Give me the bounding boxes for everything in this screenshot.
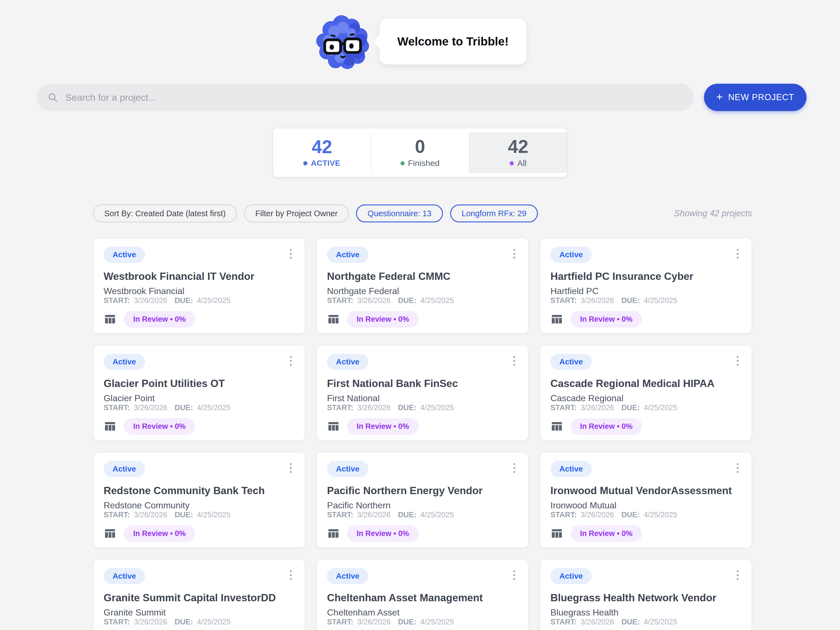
project-card[interactable]: Active Bluegrass Health Network Vendor B… [540, 559, 752, 630]
project-title: Ironwood Mutual VendorAssessment [550, 485, 741, 497]
project-owner: Pacific Northern [327, 500, 518, 510]
project-card[interactable]: Active Northgate Federal CMMC Northgate … [316, 238, 529, 334]
due-label: DUE: [175, 296, 193, 305]
due-label: DUE: [621, 403, 640, 412]
project-title: Hartfield PC Insurance Cyber [550, 271, 741, 283]
due-date: 4/25/2025 [197, 510, 231, 519]
project-dates: START: 3/26/2026 DUE: 4/25/2025 [327, 618, 518, 626]
project-dates: START: 3/26/2026 DUE: 4/25/2025 [550, 296, 741, 305]
due-date: 4/25/2025 [644, 403, 677, 412]
start-date: 3/26/2026 [134, 618, 167, 626]
project-dates: START: 3/26/2026 DUE: 4/25/2025 [327, 296, 518, 305]
project-card[interactable]: Active Ironwood Mutual VendorAssessment … [540, 452, 752, 548]
project-card[interactable]: Active Cascade Regional Medical HIPAA Ca… [540, 345, 752, 441]
status-badge: Active [327, 461, 368, 477]
due-date: 4/25/2025 [420, 296, 454, 305]
all-label: All [517, 159, 526, 168]
kebab-menu-icon[interactable] [510, 461, 518, 475]
project-owner: First National [327, 393, 518, 403]
start-date: 3/26/2026 [357, 618, 391, 626]
kebab-menu-icon[interactable] [287, 354, 295, 368]
table-icon [104, 527, 117, 540]
due-date: 4/25/2025 [197, 618, 231, 626]
project-dates: START: 3/26/2026 DUE: 4/25/2025 [327, 510, 518, 519]
search-box[interactable] [37, 84, 694, 111]
active-count: 42 [312, 137, 332, 156]
table-icon [550, 420, 563, 433]
progress-badge: In Review • 0% [347, 418, 418, 435]
due-label: DUE: [175, 510, 193, 519]
kebab-menu-icon[interactable] [734, 354, 741, 368]
sort-by-chip[interactable]: Sort By: Created Date (latest first) [93, 205, 237, 222]
project-card[interactable]: Active Hartfield PC Insurance Cyber Hart… [540, 238, 752, 334]
start-label: START: [327, 296, 353, 305]
finished-count: 0 [415, 137, 425, 156]
project-dates: START: 3/26/2026 DUE: 4/25/2025 [104, 403, 295, 412]
status-badge: Active [550, 354, 592, 370]
due-date: 4/25/2025 [644, 510, 677, 519]
project-card[interactable]: Active Pacific Northern Energy Vendor Pa… [316, 452, 529, 548]
due-label: DUE: [398, 403, 416, 412]
start-date: 3/26/2026 [134, 296, 167, 305]
due-date: 4/25/2025 [644, 296, 677, 305]
start-date: 3/26/2026 [581, 403, 614, 412]
progress-badge: In Review • 0% [570, 418, 642, 435]
start-date: 3/26/2026 [357, 403, 391, 412]
stat-finished[interactable]: 0 Finished [371, 132, 469, 173]
start-label: START: [327, 618, 353, 626]
due-date: 4/25/2025 [197, 296, 231, 305]
status-badge: Active [550, 247, 592, 263]
start-date: 3/26/2026 [357, 296, 391, 305]
progress-badge: In Review • 0% [124, 418, 195, 435]
due-label: DUE: [398, 618, 416, 626]
project-owner: Bluegrass Health [550, 607, 741, 618]
kebab-menu-icon[interactable] [510, 568, 518, 582]
project-title: Westbrook Financial IT Vendor [104, 271, 295, 283]
start-date: 3/26/2026 [357, 510, 391, 519]
filter-owner-chip[interactable]: Filter by Project Owner [244, 205, 349, 222]
stat-active[interactable]: 42 ACTIVE [273, 132, 371, 173]
project-card[interactable]: Active Glacier Point Utilities OT Glacie… [93, 345, 305, 441]
kebab-menu-icon[interactable] [287, 568, 295, 582]
due-date: 4/25/2025 [420, 510, 454, 519]
filter-row: Sort By: Created Date (latest first) Fil… [93, 204, 752, 223]
project-card[interactable]: Active Cheltenham Asset Management Chelt… [316, 559, 529, 630]
status-badge: Active [327, 354, 368, 370]
start-date: 3/26/2026 [581, 510, 614, 519]
project-title: Pacific Northern Energy Vendor [327, 485, 518, 497]
project-owner: Ironwood Mutual [550, 500, 741, 510]
questionnaire-chip[interactable]: Questionnaire: 13 [356, 205, 443, 222]
project-card[interactable]: Active Redstone Community Bank Tech Reds… [93, 452, 305, 548]
start-label: START: [104, 618, 130, 626]
project-card[interactable]: Active Granite Summit Capital InvestorDD… [93, 559, 305, 630]
project-owner: Northgate Federal [327, 286, 518, 296]
welcome-speech-bubble: Welcome to Tribble! [379, 19, 526, 65]
project-dates: START: 3/26/2026 DUE: 4/25/2025 [327, 403, 518, 412]
project-card[interactable]: Active Westbrook Financial IT Vendor Wes… [93, 238, 305, 334]
kebab-menu-icon[interactable] [510, 247, 518, 261]
new-project-button[interactable]: + NEW PROJECT [704, 84, 807, 111]
kebab-menu-icon[interactable] [287, 247, 295, 261]
status-badge: Active [104, 568, 145, 584]
kebab-menu-icon[interactable] [734, 568, 741, 582]
start-date: 3/26/2026 [134, 403, 167, 412]
progress-badge: In Review • 0% [570, 311, 642, 328]
results-count: Showing 42 projects [674, 208, 752, 219]
longform-rfx-chip[interactable]: Longform RFx: 29 [450, 205, 538, 222]
progress-badge: In Review • 0% [124, 525, 195, 542]
due-date: 4/25/2025 [644, 618, 677, 626]
project-card[interactable]: Active First National Bank FinSec First … [316, 345, 529, 441]
search-input[interactable] [58, 92, 688, 103]
kebab-menu-icon[interactable] [510, 354, 518, 368]
kebab-menu-icon[interactable] [734, 461, 741, 475]
stat-all[interactable]: 42 All [469, 132, 567, 173]
plus-icon: + [716, 91, 723, 102]
search-icon [47, 92, 58, 103]
kebab-menu-icon[interactable] [287, 461, 295, 475]
kebab-menu-icon[interactable] [734, 247, 741, 261]
start-label: START: [550, 510, 577, 519]
new-project-label: NEW PROJECT [728, 92, 794, 102]
due-label: DUE: [621, 510, 640, 519]
active-dot-icon [303, 161, 308, 165]
start-label: START: [104, 296, 130, 305]
